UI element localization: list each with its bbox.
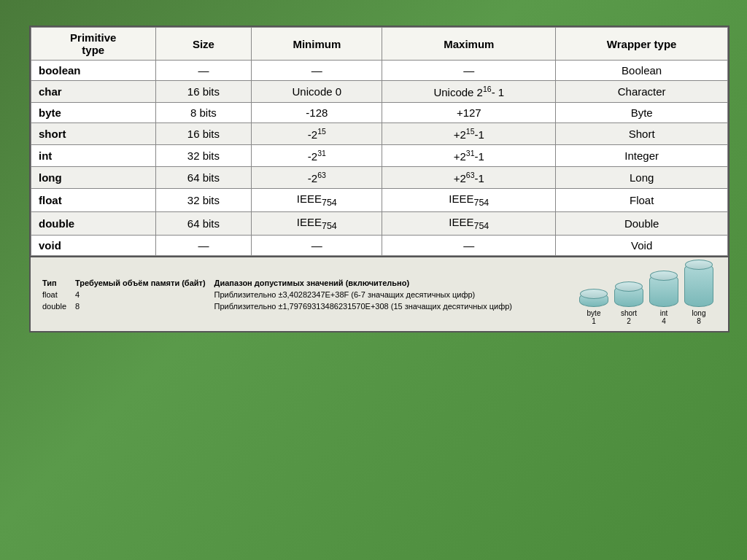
bottom-col3-header: Диапазон допустимых значений (включитель… bbox=[210, 277, 516, 289]
table-cell: — bbox=[155, 61, 252, 81]
table-cell: Unicode 216- 1 bbox=[382, 81, 556, 103]
table-cell: char bbox=[31, 81, 156, 103]
table-cell: Byte bbox=[556, 103, 728, 123]
table-cell: — bbox=[382, 61, 556, 81]
bottom-table-row: float4Приблизительно ±3,40282347E+38F (6… bbox=[38, 289, 516, 300]
table-row: double64 bitsIEEE754IEEE754Double bbox=[31, 212, 728, 236]
table-row: boolean———Boolean bbox=[31, 61, 728, 81]
bottom-table-cell: double bbox=[38, 300, 71, 312]
table-cell: +215-1 bbox=[382, 123, 556, 145]
table-cell: -128 bbox=[252, 103, 382, 123]
cylinder-label: int 4 bbox=[660, 309, 668, 325]
table-cell: void bbox=[31, 236, 156, 256]
cylinder-label: long 8 bbox=[692, 309, 706, 325]
table-cell: Void bbox=[556, 236, 728, 256]
table-cell: IEEE754 bbox=[252, 189, 382, 212]
table-row: byte8 bits-128+127Byte bbox=[31, 103, 728, 123]
bottom-table: Тип Требуемый объём памяти (байт) Диапаз… bbox=[38, 277, 516, 312]
bottom-section: Тип Требуемый объём памяти (байт) Диапаз… bbox=[29, 257, 729, 332]
table-cell: +263-1 bbox=[382, 167, 556, 189]
cylinder bbox=[649, 274, 678, 307]
col-header-size: Size bbox=[155, 28, 252, 61]
col-header-type: Primitivetype bbox=[31, 28, 156, 61]
bottom-table-cell: 8 bbox=[71, 300, 210, 312]
table-cell: -231 bbox=[252, 145, 382, 167]
table-cell: Short bbox=[556, 123, 728, 145]
table-cell: short bbox=[31, 123, 156, 145]
col-header-wrapper: Wrapper type bbox=[556, 28, 728, 61]
cylinders-container: byte 1short 2int 4long 8 bbox=[579, 263, 721, 325]
bottom-table-row: double8Приблизительно ±1,797693134862315… bbox=[38, 300, 516, 312]
table-cell: 32 bits bbox=[155, 145, 252, 167]
table-row: void———Void bbox=[31, 236, 728, 256]
table-row: short16 bits-215+215-1Short bbox=[31, 123, 728, 145]
cylinder bbox=[614, 285, 643, 307]
table-row: int32 bits-231+231-1Integer bbox=[31, 145, 728, 167]
bottom-table-cell: 4 bbox=[71, 289, 210, 300]
table-cell: Character bbox=[556, 81, 728, 103]
table-cell: — bbox=[382, 236, 556, 256]
table-cell: IEEE754 bbox=[382, 212, 556, 236]
primitives-table: Primitivetype Size Minimum Maximum Wrapp… bbox=[31, 27, 728, 256]
bottom-table-cell: Приблизительно ±1,79769313486231570E+308… bbox=[210, 300, 516, 312]
table-cell: byte bbox=[31, 103, 156, 123]
bottom-col1-header: Тип bbox=[38, 277, 71, 289]
table-cell: float bbox=[31, 189, 156, 212]
cylinder-label: short 2 bbox=[621, 309, 637, 325]
table-cell: — bbox=[155, 236, 252, 256]
table-cell: Unicode 0 bbox=[252, 81, 382, 103]
table-cell: — bbox=[252, 61, 382, 81]
table-cell: 64 bits bbox=[155, 212, 252, 236]
table-cell: 16 bits bbox=[155, 81, 252, 103]
main-container: Primitivetype Size Minimum Maximum Wrapp… bbox=[29, 26, 729, 257]
table-cell: int bbox=[31, 145, 156, 167]
table-cell: 8 bits bbox=[155, 103, 252, 123]
table-cell: 16 bits bbox=[155, 123, 252, 145]
table-cell: — bbox=[252, 236, 382, 256]
table-cell: -215 bbox=[252, 123, 382, 145]
cylinder-group: byte 1 bbox=[579, 292, 608, 325]
table-cell: boolean bbox=[31, 61, 156, 81]
table-cell: IEEE754 bbox=[382, 189, 556, 212]
table-cell: Boolean bbox=[556, 61, 728, 81]
table-cell: +127 bbox=[382, 103, 556, 123]
cylinder-label: byte 1 bbox=[587, 309, 601, 325]
table-cell: +231-1 bbox=[382, 145, 556, 167]
bottom-col2-header: Требуемый объём памяти (байт) bbox=[71, 277, 210, 289]
table-cell: long bbox=[31, 167, 156, 189]
table-row: float32 bitsIEEE754IEEE754Float bbox=[31, 189, 728, 212]
cylinder-group: int 4 bbox=[649, 274, 678, 325]
bottom-table-cell: float bbox=[38, 289, 71, 300]
bottom-table-cell: Приблизительно ±3,40282347E+38F (6-7 зна… bbox=[210, 289, 516, 300]
table-cell: Integer bbox=[556, 145, 728, 167]
table-cell: Float bbox=[556, 189, 728, 212]
table-cell: Double bbox=[556, 212, 728, 236]
cylinder bbox=[579, 292, 608, 307]
table-header-row: Primitivetype Size Minimum Maximum Wrapp… bbox=[31, 28, 728, 61]
table-row: char16 bitsUnicode 0Unicode 216- 1Charac… bbox=[31, 81, 728, 103]
bottom-text: Тип Требуемый объём памяти (байт) Диапаз… bbox=[38, 277, 579, 312]
col-header-max: Maximum bbox=[382, 28, 556, 61]
table-cell: IEEE754 bbox=[252, 212, 382, 236]
col-header-min: Minimum bbox=[252, 28, 382, 61]
cylinder bbox=[684, 263, 713, 307]
cylinder-group: long 8 bbox=[684, 263, 713, 325]
table-cell: -263 bbox=[252, 167, 382, 189]
table-cell: 64 bits bbox=[155, 167, 252, 189]
table-cell: double bbox=[31, 212, 156, 236]
table-cell: Long bbox=[556, 167, 728, 189]
cylinder-group: short 2 bbox=[614, 285, 643, 325]
table-cell: 32 bits bbox=[155, 189, 252, 212]
table-row: long64 bits-263+263-1Long bbox=[31, 167, 728, 189]
